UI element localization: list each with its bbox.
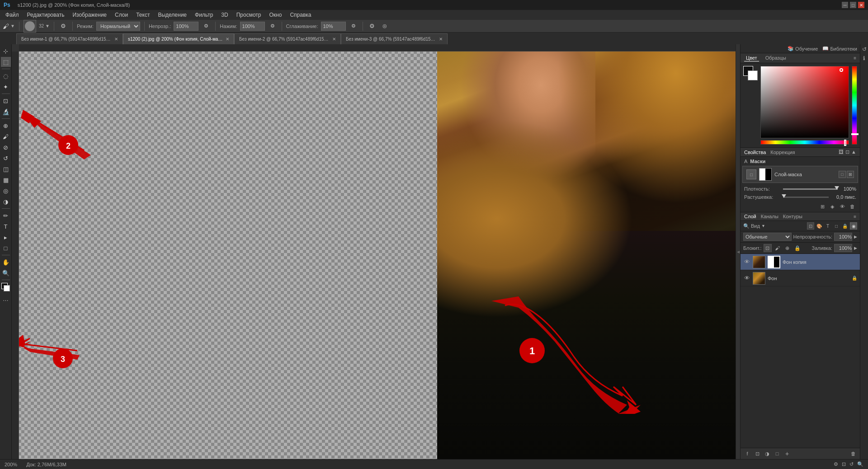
selection-tool[interactable]: ⬚ [1,57,11,67]
blur-tool[interactable]: ◎ [1,186,11,196]
eraser-tool[interactable]: ◫ [1,164,11,174]
layers-panel-menu[interactable]: ≡ [854,214,856,219]
tab-4-close[interactable]: ✕ [439,37,443,42]
zoom-tool[interactable]: 🔍 [1,268,11,278]
clone-tool[interactable]: ⊘ [1,142,11,152]
layer-item-1[interactable]: 👁 Фон копия [741,254,860,270]
shape-tool[interactable]: □ [1,243,11,253]
flow-input[interactable] [240,22,265,31]
opacity-input-layers[interactable] [834,233,852,241]
menu-window[interactable]: Окно [265,11,285,19]
crop-tool[interactable]: ⊡ [1,96,11,106]
tab-3-close[interactable]: ✕ [332,37,336,42]
brush-preview[interactable] [24,20,36,33]
mask-action-grid[interactable]: ⊞ [818,202,826,211]
canvas-area[interactable]: 1 2 3 [12,44,736,459]
adjustment-btn[interactable]: ◑ [763,450,771,458]
opacity-settings-icon[interactable]: ⚙ [201,21,211,31]
history-icon[interactable]: ↺ [862,46,867,52]
tab-2-close[interactable]: ✕ [226,37,229,42]
menu-text[interactable]: Текст [132,11,153,19]
hand-tool[interactable]: ✋ [1,257,11,267]
extra-settings-icon[interactable]: ⚙ [367,21,377,31]
feather-slider[interactable] [783,197,829,198]
brush-size-options[interactable]: 32 ▼ [39,23,50,28]
mask-icon-2[interactable]: ⊠ [847,171,854,178]
tab-1[interactable]: Без имени-1 @ 66,7% (59147ac489f6d15bf7f… [16,33,123,44]
filter-pixel[interactable]: ⊡ [807,222,814,230]
samples-tab[interactable]: Образцы [764,55,788,61]
move-tool[interactable]: ⊹ [1,46,11,56]
group-btn[interactable]: □ [773,450,781,458]
fill-arrow[interactable]: ▶ [854,246,857,250]
status-layers-icon[interactable]: ⊡ [842,461,846,467]
tab-channels[interactable]: Каналы [761,214,778,219]
density-slider[interactable] [783,188,838,190]
path-select-tool[interactable]: ▸ [1,232,11,242]
menu-edit[interactable]: Редактировать [24,11,68,19]
extra-tools[interactable]: … [1,294,11,304]
panel-collapse-strip[interactable]: ◀ [736,44,740,459]
add-mask-btn[interactable]: ⊡ [753,450,761,458]
filter-text[interactable]: T [824,222,831,230]
gradient-tool[interactable]: ▦ [1,175,11,185]
menu-filter[interactable]: Фильтр [191,11,217,19]
props-tab-correction[interactable]: Коррекция [770,150,795,155]
lock-icon-move[interactable]: ⊕ [783,244,792,252]
mode-select[interactable]: Нормальный [96,22,140,31]
close-button[interactable]: ✕ [858,2,864,8]
layer-1-mask-preview[interactable] [768,256,780,268]
learn-button[interactable]: 📚 Обучение [788,46,818,52]
tab-3[interactable]: Без имени-2 @ 66,7% (59147ac489f6d15bf7f… [234,33,341,44]
libraries-button[interactable]: 📖 Библиотеки [822,46,857,52]
layer-2-visibility[interactable]: 👁 [743,275,750,282]
smoothing-input[interactable] [321,22,346,31]
menu-select[interactable]: Выделение [154,11,190,19]
lock-icon-brush[interactable]: 🖌 [774,244,782,252]
color-panel-menu[interactable]: ≡ [854,56,856,61]
lasso-tool[interactable]: ◌ [1,71,11,81]
status-history-icon[interactable]: ↺ [849,461,854,467]
add-style-btn[interactable]: f [743,450,751,458]
mask-preview-thumb[interactable] [759,168,772,181]
fg-bg-colors[interactable] [1,283,10,292]
filter-shape[interactable]: □ [833,222,840,230]
filter-smart[interactable]: 🔒 [841,222,849,230]
props-panel-icon2[interactable]: ⊡ [845,149,849,155]
filter-toggle[interactable]: ◉ [850,222,857,230]
minimize-button[interactable]: ─ [842,2,848,8]
tab-layers[interactable]: Слой [744,214,756,219]
menu-image[interactable]: Изображение [69,11,110,19]
maximize-button[interactable]: □ [850,2,856,8]
lock-icon-all[interactable]: 🔒 [793,244,802,252]
color-gradient[interactable] [760,66,849,138]
props-panel-icon1[interactable]: 🖼 [839,149,844,155]
mask-action-delete[interactable]: 🗑 [848,202,856,211]
pressure-icon[interactable]: ◎ [380,21,390,31]
fill-input[interactable] [834,244,852,252]
filter-adjust[interactable]: 🎨 [816,222,823,230]
text-tool[interactable]: T [1,221,11,231]
layer-item-2[interactable]: 👁 Фон 🔒 [741,270,860,286]
eyedropper-tool[interactable]: 🔬 [1,107,11,117]
magic-wand-tool[interactable]: ✦ [1,82,11,92]
opacity-input[interactable] [174,22,198,31]
delete-layer-btn[interactable]: 🗑 [849,450,857,458]
brush-tool[interactable]: 🖌 [1,131,11,141]
menu-file[interactable]: Файл [2,11,23,19]
title-bar-controls[interactable]: ─ □ ✕ [842,2,864,8]
layer-1-visibility[interactable]: 👁 [743,258,750,266]
blend-mode-select[interactable]: Обычные [743,233,792,241]
status-settings-icon[interactable]: ⚙ [834,461,838,467]
info-icon[interactable]: ℹ [863,55,865,61]
heal-tool[interactable]: ⊕ [1,121,11,131]
smoothing-settings-icon[interactable]: ⚙ [349,21,359,31]
color-hue-strip[interactable] [760,140,849,145]
mask-icon-1[interactable]: □ [839,171,846,178]
tool-preset-picker[interactable]: 🖌 ▼ [3,23,15,30]
menu-help[interactable]: Справка [286,11,315,19]
tab-4[interactable]: Без имени-3 @ 66,7% (59147ac489f6d15bf7f… [341,33,448,44]
dodge-tool[interactable]: ◑ [1,197,11,206]
props-panel-collapse[interactable]: ▲ [851,149,856,155]
history-brush-tool[interactable]: ↺ [1,153,11,163]
